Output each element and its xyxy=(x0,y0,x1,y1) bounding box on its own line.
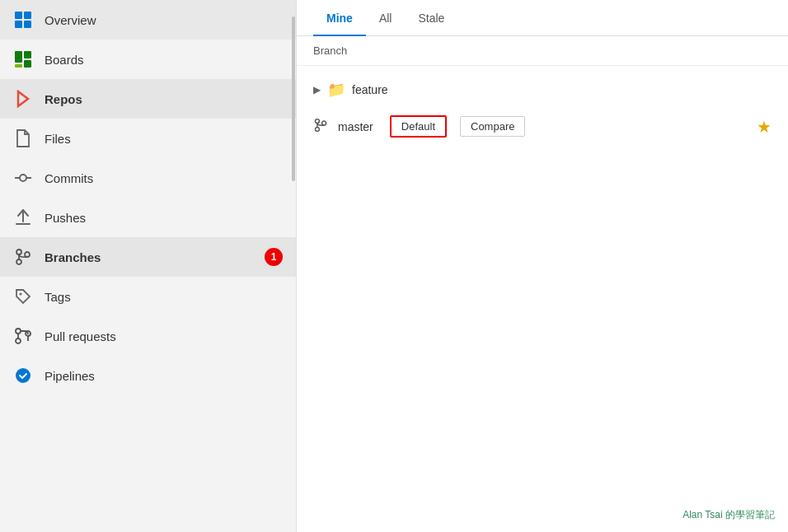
tab-all[interactable]: All xyxy=(366,0,406,36)
star-icon[interactable]: ★ xyxy=(757,117,772,137)
branch-list: ▶ 📁 feature master Default Compare ★ xyxy=(297,66,788,152)
svg-rect-5 xyxy=(24,51,31,58)
boards-icon xyxy=(13,49,33,69)
sidebar-item-pushes[interactable]: Pushes xyxy=(0,198,296,237)
svg-rect-6 xyxy=(24,60,31,68)
sidebar-item-files[interactable]: Files xyxy=(0,119,296,158)
sidebar-item-pipelines-label: Pipelines xyxy=(45,369,283,383)
svg-rect-7 xyxy=(15,64,22,68)
sidebar-item-pull-requests[interactable]: Pull requests xyxy=(0,316,296,356)
branch-git-icon xyxy=(313,118,328,136)
svg-point-16 xyxy=(16,338,21,343)
svg-rect-0 xyxy=(15,12,22,19)
main-content: Mine All Stale Branch ▶ 📁 feature xyxy=(297,0,788,532)
svg-point-15 xyxy=(16,329,21,334)
repos-icon xyxy=(13,89,33,109)
sidebar-item-branches[interactable]: Branches 1 xyxy=(0,237,296,277)
sidebar-item-overview[interactable]: Overview xyxy=(0,0,296,40)
branch-name-master: master xyxy=(338,120,373,133)
svg-point-20 xyxy=(315,127,319,131)
sidebar-item-tags-label: Tags xyxy=(45,290,283,304)
svg-point-19 xyxy=(315,119,319,123)
sidebar-item-repos[interactable]: Repos xyxy=(0,79,296,119)
sidebar-scrollbar[interactable] xyxy=(292,16,295,181)
folder-icon: 📁 xyxy=(327,81,345,99)
tags-icon xyxy=(13,287,33,306)
branches-icon xyxy=(13,247,33,267)
tab-mine[interactable]: Mine xyxy=(313,0,366,36)
svg-point-18 xyxy=(16,368,30,383)
sidebar-item-branches-label: Branches xyxy=(45,250,253,264)
pullrequests-icon xyxy=(13,326,33,346)
default-button[interactable]: Default xyxy=(390,115,447,138)
svg-rect-4 xyxy=(15,51,22,63)
commits-icon xyxy=(13,168,33,188)
sidebar-item-commits-label: Commits xyxy=(45,171,283,185)
branch-row-master: master Default Compare ★ xyxy=(297,107,788,146)
svg-point-11 xyxy=(16,250,21,254)
svg-rect-2 xyxy=(15,21,22,28)
svg-point-8 xyxy=(20,175,26,181)
pipelines-icon xyxy=(13,366,33,385)
branches-badge: 1 xyxy=(265,248,283,266)
chevron-right-icon: ▶ xyxy=(313,84,321,96)
sidebar-item-pull-requests-label: Pull requests xyxy=(45,329,283,343)
files-icon xyxy=(13,128,33,148)
compare-button[interactable]: Compare xyxy=(460,116,525,137)
svg-point-21 xyxy=(322,121,326,125)
folder-name: feature xyxy=(352,83,388,96)
sidebar-item-boards-label: Boards xyxy=(45,53,283,67)
sidebar-item-tags[interactable]: Tags xyxy=(0,277,296,316)
sidebar-item-repos-label: Repos xyxy=(45,92,283,106)
sidebar-item-files-label: Files xyxy=(45,132,283,146)
svg-point-14 xyxy=(20,293,22,296)
tabs-bar: Mine All Stale xyxy=(297,0,788,36)
overview-icon xyxy=(13,10,33,30)
branch-folder-feature[interactable]: ▶ 📁 feature xyxy=(297,72,788,107)
sidebar-item-pushes-label: Pushes xyxy=(45,211,283,225)
svg-point-13 xyxy=(25,252,30,257)
table-header: Branch xyxy=(297,36,788,66)
svg-rect-1 xyxy=(24,12,31,19)
sidebar-item-pipelines[interactable]: Pipelines xyxy=(0,356,296,395)
tab-stale[interactable]: Stale xyxy=(405,0,457,36)
sidebar: Overview Boards Repos xyxy=(0,0,297,532)
footer-watermark: Alan Tsai 的學習筆記 xyxy=(682,508,775,522)
sidebar-item-boards[interactable]: Boards xyxy=(0,40,296,79)
sidebar-item-overview-label: Overview xyxy=(45,13,283,27)
sidebar-item-commits[interactable]: Commits xyxy=(0,158,296,198)
svg-rect-3 xyxy=(24,21,31,28)
pushes-icon xyxy=(13,208,33,227)
svg-point-12 xyxy=(16,259,21,264)
